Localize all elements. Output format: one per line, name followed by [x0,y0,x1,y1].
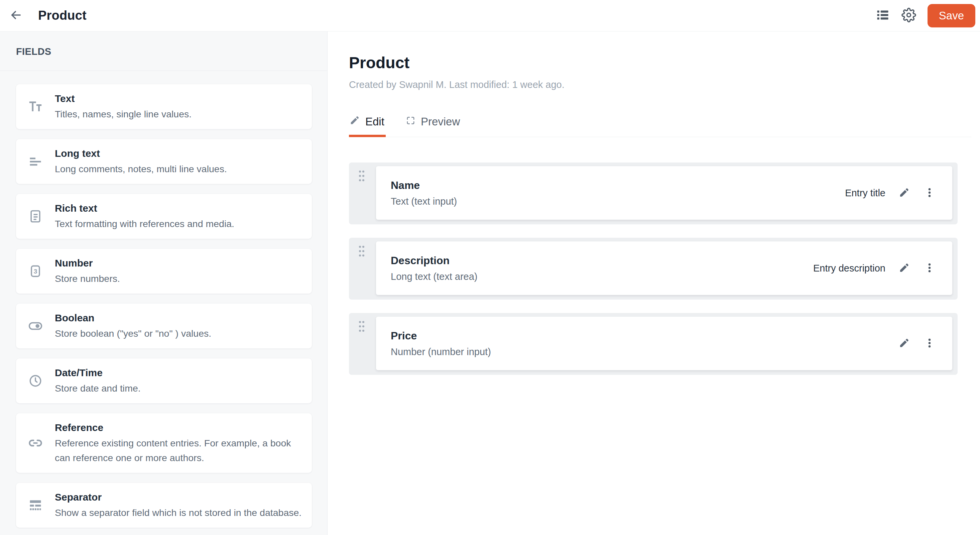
sidebar-item-reference[interactable]: Reference Reference existing content ent… [16,413,312,473]
number-icon: 3 [16,264,55,279]
sidebar-item-number[interactable]: 3 Number Store numbers. [16,249,312,294]
pencil-icon [899,338,910,349]
field-row-price: Price Number (number input) [349,313,958,375]
fields-panel-header: FIELDS [0,32,327,71]
field-badge: Entry title [845,188,885,199]
link-icon [16,435,55,451]
field-card: Price Number (number input) [376,317,952,370]
edit-field-button[interactable] [897,337,911,350]
tab-label: Preview [421,115,460,128]
tab-edit[interactable]: Edit [349,115,386,137]
field-menu-button[interactable] [923,337,936,350]
field-type-description: Store numbers. [55,271,302,286]
drag-handle-icon[interactable] [358,245,366,259]
field-name: Description [391,254,477,267]
field-badge: Entry description [813,263,885,274]
field-type-label: Reference [55,421,302,434]
field-menu-button[interactable] [923,186,936,200]
kebab-icon [924,262,935,274]
schema-editor: Product Created by Swapnil M. Last modif… [328,32,980,535]
separator-icon [16,498,55,513]
field-type-label: Boolean [55,311,302,325]
save-button[interactable]: Save [928,4,975,27]
tab-bar: Edit Preview [349,115,971,137]
sidebar-item-boolean[interactable]: Boolean Store boolean ("yes" or "no" ) v… [16,304,312,349]
field-row-name: Name Text (text input) Entry title [349,162,958,225]
fields-panel: FIELDS Text Titles, names, single line v… [0,32,328,535]
drag-handle-icon[interactable] [358,320,366,334]
sidebar-item-separator[interactable]: Separator Show a separator field which i… [16,483,312,528]
sidebar-item-rich-text[interactable]: Rich text Text formatting with reference… [16,194,312,239]
settings-button[interactable] [902,8,916,23]
kebab-icon [924,338,935,350]
sidebar-item-datetime[interactable]: Date/Time Store date and time. [16,358,312,403]
pencil-icon [899,262,910,274]
field-card: Description Long text (text area) Entry … [376,241,952,295]
sidebar-item-text[interactable]: Text Titles, names, single line values. [16,84,312,129]
field-type-description: Reference existing content entries. For … [55,436,302,465]
tab-label: Edit [365,115,384,128]
back-button[interactable] [9,8,24,23]
long-text-icon [16,154,55,169]
field-row-description: Description Long text (text area) Entry … [349,238,958,299]
clock-icon [16,374,55,388]
field-name: Price [391,329,491,342]
field-card: Name Text (text input) Entry title [376,166,952,220]
field-type-description: Text formatting with references and medi… [55,217,302,231]
boolean-toggle-icon [16,318,55,334]
field-type: Number (number input) [391,346,491,358]
field-type-description: Show a separator field which is not stor… [55,505,302,520]
pencil-icon [899,187,910,199]
text-field-icon [16,99,55,115]
field-name: Name [391,178,457,192]
rich-text-icon [16,209,55,224]
pencil-icon [350,115,360,128]
app-title: Product [38,8,87,23]
field-type: Text (text input) [391,195,457,208]
list-icon [875,8,890,24]
field-type-description: Store date and time. [55,381,302,396]
field-type-description: Titles, names, single line values. [55,107,302,121]
arrow-left-icon [9,8,23,23]
field-menu-button[interactable] [923,261,936,275]
field-type: Long text (text area) [391,270,477,283]
sidebar-item-long-text[interactable]: Long text Long comments, notes, multi li… [16,139,312,184]
field-type-label: Date/Time [55,366,302,379]
field-type-label: Number [55,256,302,270]
tab-preview[interactable]: Preview [405,115,461,137]
page-meta: Created by Swapnil M. Last modified: 1 w… [349,79,971,90]
list-view-button[interactable] [875,8,890,23]
drag-handle-icon[interactable] [358,170,366,183]
field-type-label: Long text [55,147,302,160]
field-type-description: Long comments, notes, multi line values. [55,161,302,176]
field-list: Name Text (text input) Entry title [349,162,971,375]
field-type-list: Text Titles, names, single line values. … [0,71,327,535]
edit-field-button[interactable] [897,261,911,275]
gear-icon [902,8,916,24]
topbar: Product Save [0,0,980,32]
page-title: Product [349,54,971,72]
field-type-label: Text [55,92,302,105]
edit-field-button[interactable] [897,186,911,200]
kebab-icon [924,187,935,199]
field-type-label: Separator [55,490,302,504]
maximize-icon [406,115,415,128]
field-type-label: Rich text [55,202,302,215]
field-type-description: Store boolean ("yes" or "no" ) values. [55,326,302,341]
svg-text:3: 3 [34,268,37,275]
